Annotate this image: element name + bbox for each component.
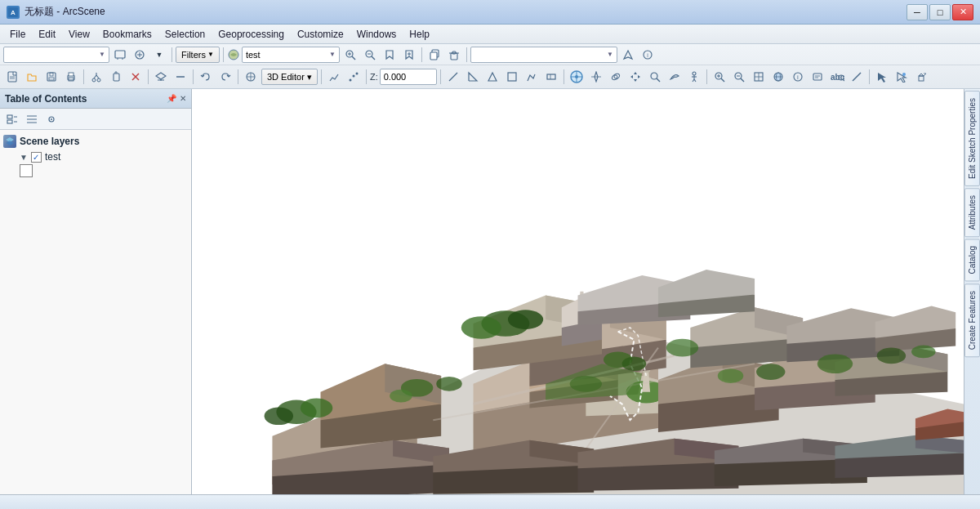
filters-arrow-icon: ▼: [207, 51, 214, 58]
open-btn[interactable]: [23, 69, 41, 85]
nav-walk-btn[interactable]: [685, 69, 703, 85]
sketch-btn2[interactable]: [345, 69, 363, 85]
select-info-btn[interactable]: [893, 69, 911, 85]
layer-swatch[interactable]: [20, 164, 33, 177]
active-layer-dropdown[interactable]: test ▼: [242, 47, 340, 63]
toc-pin-button[interactable]: 📌: [167, 94, 176, 103]
toc-list-options-btn[interactable]: [42, 111, 60, 127]
measure-btn[interactable]: [848, 69, 866, 85]
redo-btn[interactable]: [216, 69, 234, 85]
print-btn[interactable]: [62, 69, 80, 85]
save-btn[interactable]: [42, 69, 60, 85]
toolbar-icon-btn-2[interactable]: [131, 47, 149, 63]
html-popup-btn[interactable]: [808, 69, 826, 85]
find-btn[interactable]: abc: [828, 69, 846, 85]
svg-rect-93: [813, 74, 822, 80]
sketch-shape2[interactable]: [464, 69, 482, 85]
sep7: [193, 69, 194, 84]
nav-zoom-btn[interactable]: [646, 69, 664, 85]
menu-selection[interactable]: Selection: [158, 27, 212, 42]
zoom-in-map-btn[interactable]: [710, 69, 728, 85]
delete-btn[interactable]: [445, 47, 463, 63]
svg-point-53: [355, 73, 358, 75]
maximize-button[interactable]: □: [929, 4, 951, 20]
sketch-btn1[interactable]: [325, 69, 343, 85]
menu-geoprocessing[interactable]: Geoprocessing: [212, 27, 291, 42]
delete2-btn[interactable]: [127, 69, 145, 85]
nav-pan-btn[interactable]: [626, 69, 644, 85]
menu-bookmarks[interactable]: Bookmarks: [96, 27, 158, 42]
right-toolbar-dropdown[interactable]: ▼: [470, 47, 617, 63]
nav-orbit-btn[interactable]: [607, 69, 625, 85]
zoom-in-btn[interactable]: [341, 47, 359, 63]
zoom-out-btn[interactable]: [361, 47, 379, 63]
toc-close-button[interactable]: ✕: [180, 94, 186, 103]
globe-btn[interactable]: [769, 69, 787, 85]
svg-point-183: [622, 356, 647, 371]
cut-btn[interactable]: [87, 69, 105, 85]
toc-header: Table of Contents 📌 ✕: [0, 89, 191, 109]
full-extent-btn[interactable]: [750, 69, 768, 85]
sketch-shape1[interactable]: [444, 69, 462, 85]
bookmark-add-btn[interactable]: [400, 47, 418, 63]
scene-area[interactable]: [192, 89, 964, 509]
layer-select-dropdown[interactable]: ▼: [3, 47, 109, 63]
menu-windows[interactable]: Windows: [350, 27, 403, 42]
identify-btn[interactable]: i: [789, 69, 807, 85]
sep4: [466, 47, 467, 62]
toc-list-by-drawing-btn[interactable]: [3, 111, 21, 127]
layer-checkbox[interactable]: ✓: [31, 152, 42, 163]
toolbar-dropdown-arrow-btn[interactable]: ▼: [150, 47, 168, 63]
right-tab-edit-sketch[interactable]: Edit Sketch Properties: [964, 91, 980, 186]
toc-list-by-source-btn[interactable]: [23, 111, 41, 127]
menu-view[interactable]: View: [62, 27, 96, 42]
svg-point-104: [902, 73, 906, 76]
menu-customize[interactable]: Customize: [291, 27, 350, 42]
svg-point-188: [877, 348, 906, 364]
nav-fly-btn[interactable]: [666, 69, 684, 85]
close-button[interactable]: ✕: [952, 4, 973, 20]
toc-title: Table of Contents: [5, 93, 87, 105]
sketch-shape4[interactable]: [503, 69, 521, 85]
toolbar-icon-btn-1[interactable]: [111, 47, 129, 63]
sep10: [366, 69, 367, 84]
bookmark-btn[interactable]: [381, 47, 399, 63]
svg-rect-57: [547, 74, 555, 79]
nav-target-btn[interactable]: [568, 69, 586, 85]
3d-navigate-btn[interactable]: [242, 69, 260, 85]
svg-point-135: [265, 407, 293, 425]
svg-point-51: [349, 79, 351, 82]
add-layer-btn[interactable]: [152, 69, 170, 85]
select-3d-btn[interactable]: [912, 69, 930, 85]
zoom-out-map-btn[interactable]: [730, 69, 748, 85]
layer-expand-icon[interactable]: ▼: [20, 153, 28, 162]
city-scene: [192, 89, 964, 509]
copy-btn[interactable]: [425, 47, 443, 63]
z-value-input[interactable]: 0.000: [380, 69, 437, 85]
new-btn[interactable]: [3, 69, 21, 85]
sketch-shape6[interactable]: [542, 69, 560, 85]
menu-edit[interactable]: Edit: [32, 27, 62, 42]
sep3: [421, 47, 422, 62]
undo-btn[interactable]: [197, 69, 215, 85]
right-tab-catalog[interactable]: Catalog: [964, 239, 980, 281]
right-icon-2[interactable]: i: [639, 47, 657, 63]
right-icon-1[interactable]: [619, 47, 637, 63]
menu-file[interactable]: File: [3, 27, 32, 42]
menu-help[interactable]: Help: [403, 27, 436, 42]
sketch-shape5[interactable]: [523, 69, 541, 85]
right-tab-create-features[interactable]: Create Features: [964, 284, 980, 357]
svg-marker-55: [488, 73, 497, 81]
paste-btn[interactable]: [107, 69, 125, 85]
nav-compass-btn[interactable]: [587, 69, 605, 85]
sep2: [223, 47, 224, 62]
sketch-shape3[interactable]: [483, 69, 501, 85]
right-tab-attributes[interactable]: Attributes: [964, 188, 980, 237]
select-arrow-btn[interactable]: [873, 69, 891, 85]
minimize-button[interactable]: ─: [906, 4, 928, 20]
filters-button[interactable]: Filters ▼: [176, 47, 220, 63]
svg-point-73: [693, 72, 696, 75]
sep9: [321, 69, 322, 84]
3d-editor-button[interactable]: 3D Editor ▾: [261, 69, 318, 85]
remove-layer-btn[interactable]: [172, 69, 189, 85]
